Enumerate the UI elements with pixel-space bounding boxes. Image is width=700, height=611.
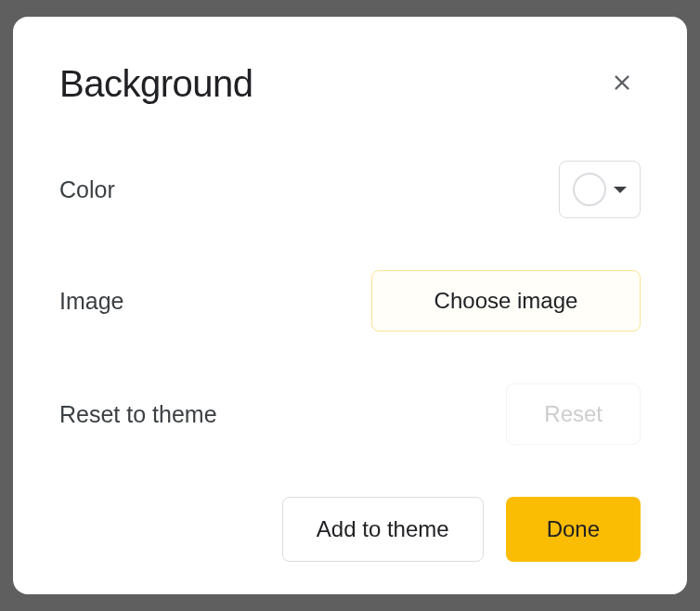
chevron-down-icon — [614, 187, 627, 193]
background-dialog: Background Color Image Choose image Rese… — [13, 17, 687, 594]
reset-option-row: Reset to theme Reset — [59, 384, 641, 445]
image-option-row: Image Choose image — [59, 270, 641, 332]
add-to-theme-button[interactable]: Add to theme — [282, 497, 484, 562]
reset-button[interactable]: Reset — [506, 384, 641, 445]
color-label: Color — [59, 176, 115, 203]
color-picker-button[interactable] — [559, 161, 641, 218]
dialog-title: Background — [59, 63, 253, 105]
image-label: Image — [59, 288, 123, 315]
reset-label: Reset to theme — [59, 401, 217, 428]
choose-image-button[interactable]: Choose image — [371, 270, 641, 332]
dialog-header: Background — [59, 63, 641, 105]
done-button[interactable]: Done — [506, 497, 641, 562]
close-icon — [612, 70, 632, 99]
color-swatch-icon — [573, 173, 606, 206]
color-option-row: Color — [59, 161, 641, 218]
dialog-footer: Add to theme Done — [59, 497, 641, 562]
close-button[interactable] — [603, 66, 641, 103]
